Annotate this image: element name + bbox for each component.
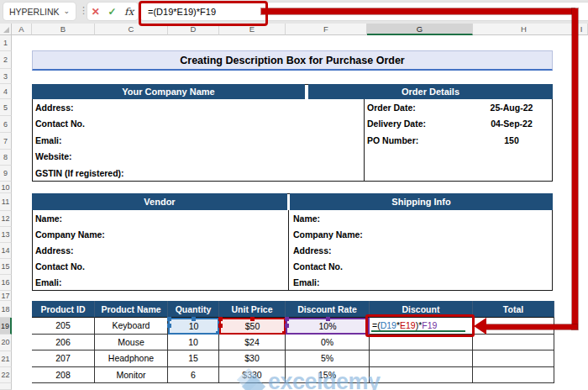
range-handle[interactable] <box>167 317 171 321</box>
company-field-label[interactable]: Website: <box>35 149 72 165</box>
row-header-7[interactable]: 7 <box>0 133 12 150</box>
table-cell[interactable]: 0% <box>286 335 370 351</box>
table-cell[interactable]: 206 <box>32 335 95 351</box>
table-header-product-name[interactable]: Product Name <box>95 301 168 318</box>
range-handle[interactable] <box>192 317 196 321</box>
column-header-D[interactable]: D <box>168 24 219 35</box>
table-cell[interactable] <box>473 350 554 367</box>
select-all-corner[interactable] <box>0 24 12 35</box>
column-header-H[interactable]: H <box>473 24 575 35</box>
row-header-22[interactable]: 22 <box>0 367 12 383</box>
row-header-16[interactable]: 16 <box>0 275 12 291</box>
column-header-E[interactable]: E <box>219 24 286 35</box>
order-field-value[interactable]: 150 <box>473 132 550 148</box>
order-field-label[interactable]: Order Date: <box>367 99 416 115</box>
confirm-icon[interactable]: ✓ <box>108 6 116 18</box>
shipping-field-label[interactable]: Company Name: <box>293 226 363 242</box>
row-header-6[interactable]: 6 <box>0 116 12 133</box>
table-cell[interactable]: 10 <box>168 335 219 351</box>
chevron-down-icon[interactable]: ⌄ <box>63 8 70 15</box>
row-header-1[interactable]: 1 <box>0 35 12 51</box>
company-field-label[interactable]: Address: <box>35 99 74 115</box>
table-cell[interactable] <box>370 367 473 384</box>
row-header-9[interactable]: 9 <box>0 166 12 182</box>
table-header-discount[interactable]: Discount <box>370 301 473 318</box>
company-field-label[interactable]: Emali: <box>35 132 62 148</box>
company-field-label[interactable]: Contact No. <box>35 116 85 132</box>
row-header-2[interactable]: 2 <box>0 51 12 70</box>
table-cell-highlighted[interactable]: $50 <box>219 318 286 335</box>
column-header-A[interactable]: A <box>12 24 32 35</box>
table-cell[interactable]: 15 <box>168 350 219 367</box>
insert-function-icon[interactable]: fx <box>124 6 134 18</box>
table-cell[interactable]: 205 <box>32 318 95 335</box>
vendor-field-label[interactable]: Company Name: <box>35 226 105 242</box>
table-cell[interactable]: $24 <box>219 335 286 351</box>
shipping-field-label[interactable]: Emali: <box>293 275 320 291</box>
range-handle[interactable] <box>285 324 289 328</box>
column-header-F[interactable]: F <box>286 24 367 35</box>
sheet-title[interactable]: Creating Description Box for Purchase Or… <box>32 50 553 71</box>
table-cell[interactable]: Mouse <box>95 335 168 351</box>
name-box[interactable]: HYPERLINK ⌄ <box>3 3 76 20</box>
row-header-19[interactable]: 19 <box>0 318 12 335</box>
shipping-field-label[interactable]: Name: <box>293 210 320 226</box>
table-cell[interactable]: $30 <box>219 350 286 367</box>
order-field-value[interactable]: 25-Aug-22 <box>473 99 550 115</box>
vendor-field-label[interactable]: Name: <box>35 210 62 226</box>
range-handle[interactable] <box>285 317 289 321</box>
vendor-field-label[interactable]: Contact No. <box>35 259 85 275</box>
table-cell[interactable] <box>370 350 473 367</box>
vendor-field-label[interactable]: Address: <box>35 242 74 258</box>
company-section-header[interactable]: Your Company Name <box>32 84 305 99</box>
row-header-18[interactable]: 18 <box>0 301 12 318</box>
table-cell[interactable]: Keyboard <box>95 318 168 335</box>
table-cell[interactable]: Monitor <box>95 367 168 384</box>
table-header-discount-rate[interactable]: Discount Rate <box>286 301 370 318</box>
row-header-5[interactable]: 5 <box>0 99 12 116</box>
row-header-11[interactable]: 11 <box>0 193 12 211</box>
table-header-product-id[interactable]: Product ID <box>32 301 95 318</box>
range-handle[interactable] <box>218 317 223 321</box>
shipping-section-header[interactable]: Shipping Info <box>290 193 553 210</box>
row-header-12[interactable]: 12 <box>0 211 12 227</box>
table-header-total[interactable]: Total <box>473 301 554 318</box>
order-field-label[interactable]: PO Number: <box>367 132 418 148</box>
row-header-13[interactable]: 13 <box>0 227 12 243</box>
row-header-3[interactable]: 3 <box>0 69 12 84</box>
row-header-8[interactable]: 8 <box>0 150 12 166</box>
table-cell[interactable]: 207 <box>32 350 95 367</box>
shipping-field-label[interactable]: Contact No. <box>293 259 343 275</box>
table-cell[interactable]: $330 <box>219 367 286 384</box>
row-header-21[interactable]: 21 <box>0 351 12 367</box>
range-handle[interactable] <box>326 317 330 321</box>
company-field-label[interactable]: GSTIN (If registered): <box>35 165 124 181</box>
table-cell-highlighted[interactable]: 10% <box>286 318 370 335</box>
discount-formula-cell[interactable]: =(D19*E19)*F19 <box>370 318 473 335</box>
table-cell[interactable]: 5% <box>286 350 370 367</box>
column-header-B[interactable]: B <box>32 24 95 35</box>
table-cell[interactable]: 6 <box>168 367 219 384</box>
row-header-17[interactable]: 17 <box>0 291 12 301</box>
vendor-section-header[interactable]: Vendor <box>32 193 287 210</box>
table-header-quantity[interactable]: Quantity <box>168 301 219 318</box>
table-cell-highlighted[interactable]: 10 <box>168 318 219 335</box>
table-cell[interactable]: Headphone <box>95 350 168 367</box>
table-header-unit-price[interactable]: Unit Price <box>219 301 286 318</box>
row-header-14[interactable]: 14 <box>0 243 12 259</box>
column-header-C[interactable]: C <box>95 24 168 35</box>
table-cell[interactable] <box>473 335 554 351</box>
vendor-field-label[interactable]: Emali: <box>35 275 62 291</box>
row-header-4[interactable]: 4 <box>0 84 12 99</box>
range-handle[interactable] <box>167 324 171 328</box>
column-header-G[interactable]: G <box>367 24 473 35</box>
row-header-10[interactable]: 10 <box>0 182 12 193</box>
shipping-field-label[interactable]: Address: <box>293 242 332 258</box>
table-cell[interactable]: 15% <box>286 367 370 384</box>
order-field-label[interactable]: Delivery Date: <box>367 116 426 132</box>
table-cell[interactable] <box>370 335 473 351</box>
order-section-header[interactable]: Order Details <box>308 84 553 99</box>
table-cell[interactable]: 208 <box>32 367 95 384</box>
range-handle[interactable] <box>218 324 223 328</box>
order-field-value[interactable]: 04-Sep-22 <box>473 116 550 132</box>
